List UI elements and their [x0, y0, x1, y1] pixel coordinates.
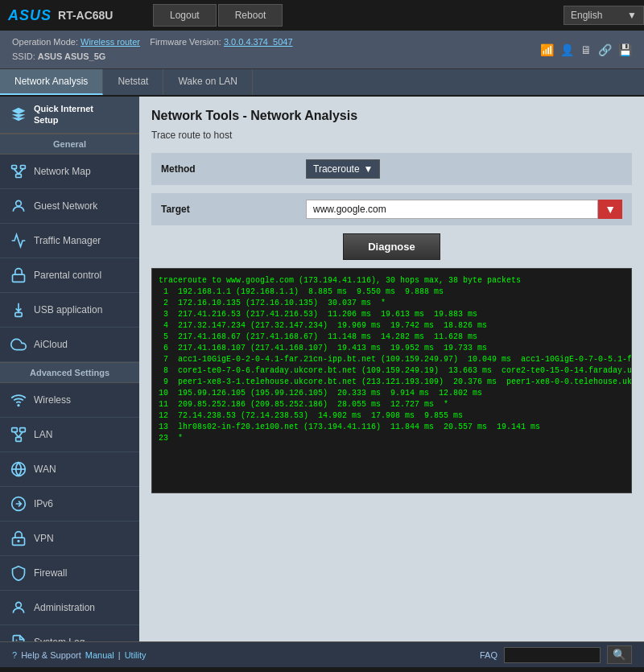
- sidebar-item-label: Parental control: [34, 270, 101, 281]
- utility-link[interactable]: Utility: [125, 650, 147, 660]
- sidebar-item-guest-network[interactable]: Guest Network: [0, 189, 139, 224]
- sidebar-item-label: Traffic Manager: [34, 235, 101, 246]
- help-question-icon: ?: [12, 650, 17, 660]
- faq-search-input[interactable]: [504, 647, 601, 663]
- sidebar-item-label: System Log: [34, 637, 85, 641]
- asus-logo: ASUS: [8, 7, 52, 24]
- ssid-label: SSID:: [12, 52, 35, 61]
- wireless-icon: [10, 391, 27, 409]
- dropdown-arrow-icon: ▼: [364, 163, 374, 175]
- traceroute-output: traceroute to www.google.com (173.194.41…: [151, 268, 632, 493]
- guest-network-icon: [10, 197, 27, 215]
- sidebar-item-label: AiCloud: [34, 339, 68, 350]
- sidebar-item-label: VPN: [34, 533, 54, 544]
- faq-label: FAQ: [480, 650, 497, 660]
- tab-wake-on-lan[interactable]: Wake on LAN: [163, 69, 253, 95]
- separator: |: [118, 650, 121, 660]
- diagnose-wrap: Diagnose: [151, 233, 632, 260]
- sidebar-item-ipv6[interactable]: IPv6: [0, 487, 139, 522]
- sidebar-item-label: WAN: [34, 464, 56, 475]
- sidebar-advanced-header: Advanced Settings: [0, 362, 139, 383]
- quick-setup-icon: [10, 105, 27, 123]
- svg-line-3: [14, 168, 19, 174]
- operation-mode-value[interactable]: Wireless router: [80, 37, 140, 47]
- aicloud-icon: [10, 336, 27, 353]
- tab-netstat[interactable]: Netstat: [103, 69, 163, 95]
- help-links: ? Help & Support Manual | Utility: [12, 650, 147, 660]
- sidebar-item-label: Wireless: [34, 394, 71, 406]
- system-log-icon: [10, 633, 27, 641]
- method-control: Traceroute ▼: [306, 159, 622, 179]
- svg-rect-11: [16, 437, 22, 441]
- sidebar-item-system-log[interactable]: System Log: [0, 625, 139, 641]
- main-layout: Quick InternetSetup General Network Map …: [0, 97, 644, 641]
- target-label: Target: [161, 204, 306, 215]
- firmware-value[interactable]: 3.0.0.4.374_5047: [224, 37, 293, 47]
- quick-setup-item[interactable]: Quick InternetSetup: [0, 97, 139, 134]
- info-bar: Operation Mode: Wireless router Firmware…: [0, 31, 644, 69]
- sidebar-item-traffic-manager[interactable]: Traffic Manager: [0, 224, 139, 258]
- sub-tabs: Network Analysis Netstat Wake on LAN: [0, 69, 644, 97]
- sidebar-item-aicloud[interactable]: AiCloud: [0, 328, 139, 362]
- target-dropdown-button[interactable]: ▼: [598, 200, 622, 219]
- diagnose-button[interactable]: Diagnose: [343, 233, 440, 260]
- sidebar-item-usb-application[interactable]: USB application: [0, 293, 139, 328]
- sidebar-item-parental-control[interactable]: Parental control: [0, 258, 139, 293]
- sidebar-item-wan[interactable]: WAN: [0, 452, 139, 487]
- svg-point-5: [16, 200, 22, 206]
- target-input-wrap: ▼: [306, 200, 622, 219]
- status-icons: 📶 👤 🖥 🔗 💾: [540, 43, 632, 56]
- logo-area: ASUS RT-AC68U: [0, 7, 153, 24]
- manual-link[interactable]: Manual: [85, 650, 114, 660]
- faq-area: FAQ 🔍: [480, 645, 632, 664]
- router-info: Operation Mode: Wireless router Firmware…: [12, 35, 293, 64]
- svg-rect-6: [13, 274, 25, 282]
- page-subtitle: Trace route to host: [151, 130, 632, 141]
- top-bar: ASUS RT-AC68U Logout Reboot English ▼: [0, 0, 644, 31]
- target-input[interactable]: [306, 200, 598, 219]
- sidebar-item-label: IPv6: [34, 498, 53, 509]
- language-selector[interactable]: English ▼: [564, 6, 644, 25]
- sidebar-item-vpn[interactable]: VPN: [0, 522, 139, 556]
- usb-icon: 💾: [618, 43, 632, 56]
- sidebar: Quick InternetSetup General Network Map …: [0, 97, 139, 641]
- sidebar-item-label: Administration: [34, 602, 95, 613]
- lan-icon: [10, 426, 27, 443]
- vpn-icon: [10, 530, 27, 547]
- sidebar-item-firewall[interactable]: Firewall: [0, 556, 139, 591]
- sidebar-item-label: Guest Network: [34, 200, 97, 212]
- logout-button[interactable]: Logout: [153, 4, 217, 27]
- sidebar-item-administration[interactable]: Administration: [0, 591, 139, 625]
- method-value: Traceroute: [313, 163, 360, 175]
- network-icon: 🔗: [598, 43, 612, 56]
- help-label: Help & Support: [21, 650, 81, 660]
- target-control: ▼: [306, 200, 622, 219]
- sidebar-item-wireless[interactable]: Wireless: [0, 383, 139, 418]
- svg-rect-10: [20, 427, 26, 431]
- parental-control-icon: [10, 266, 27, 284]
- sidebar-item-label: USB application: [34, 304, 102, 315]
- user-icon: 👤: [560, 43, 574, 56]
- quick-setup-label: Quick InternetSetup: [34, 103, 93, 126]
- faq-search-button[interactable]: 🔍: [607, 645, 632, 664]
- method-row: Method Traceroute ▼: [151, 153, 632, 185]
- wan-icon: [10, 460, 27, 478]
- traffic-manager-icon: [10, 232, 27, 249]
- svg-rect-9: [12, 427, 18, 431]
- svg-point-18: [18, 540, 19, 542]
- sidebar-item-network-map[interactable]: Network Map: [0, 155, 139, 189]
- firmware-label: Firmware Version:: [150, 37, 221, 47]
- top-nav: Logout Reboot: [153, 4, 564, 27]
- sidebar-item-label: LAN: [34, 429, 52, 440]
- sidebar-item-lan[interactable]: LAN: [0, 418, 139, 452]
- reboot-button[interactable]: Reboot: [218, 4, 283, 27]
- svg-line-13: [19, 431, 23, 437]
- method-select[interactable]: Traceroute ▼: [306, 159, 380, 179]
- language-value: English: [571, 10, 602, 21]
- svg-line-12: [14, 431, 19, 437]
- tab-network-analysis[interactable]: Network Analysis: [0, 69, 103, 95]
- svg-point-8: [18, 405, 19, 406]
- bottom-bar: ? Help & Support Manual | Utility FAQ 🔍: [0, 641, 644, 667]
- copyright-bar: 2014 ASUSTeK Computer Inc. All rights re…: [0, 667, 644, 672]
- sidebar-item-label: Firewall: [34, 567, 67, 579]
